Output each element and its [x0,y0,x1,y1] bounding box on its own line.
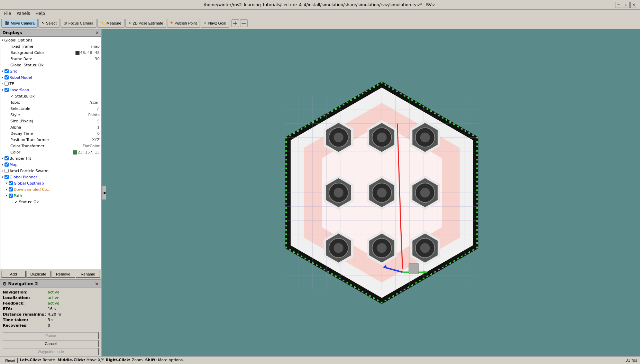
statusbar: Reset Left-Click: Rotate. Middle-Click: … [0,356,640,364]
tree-checkbox[interactable] [9,194,13,198]
tree-item[interactable]: Position TransformerXYZ [0,137,101,143]
tree-item[interactable]: StylePoints [0,112,101,118]
tree-checkbox[interactable] [4,175,9,179]
move-camera-button[interactable]: 🎥 Move Camera [1,19,38,28]
minimize-button[interactable]: ─ [615,2,622,8]
tree-checkbox[interactable] [9,187,13,192]
tree-arrow[interactable]: ▾ [6,188,8,191]
add-toolbar-button[interactable]: + [231,19,239,27]
focus-camera-button[interactable]: ◎ Focus Camera [61,19,97,28]
measure-icon: 📏 [100,21,105,25]
publish-point-button[interactable]: ✚ Publish Point [167,19,200,28]
add-display-button[interactable]: Add [1,271,26,278]
tree-checkbox[interactable] [4,88,9,92]
tree-item[interactable]: Alpha1 [0,124,101,130]
tree-prop-label: Background Color [10,50,74,55]
nav2-row: Localization:active [3,296,99,300]
menu-file[interactable]: File [1,10,14,17]
tree-arrow[interactable]: ▾ [2,88,3,92]
menu-panels[interactable]: Panels [14,10,33,17]
select-button[interactable]: ↖ Select [38,19,60,28]
tree-checkbox[interactable] [4,169,9,173]
waypoint-mode-button[interactable]: Waypoint mode [3,348,99,355]
tree-checkbox[interactable] [4,82,9,86]
tree-checkbox[interactable] [4,162,9,167]
duplicate-display-button[interactable]: Duplicate [26,271,51,278]
tree-item[interactable]: Decay Time0 [0,130,101,137]
tree-arrow[interactable]: ▾ [2,157,3,160]
pose-estimate-button[interactable]: ➤ 2D Pose Estimate [125,19,166,28]
separator-button[interactable]: — [240,19,248,27]
tree-item[interactable]: ▾Map [0,161,101,168]
tree-item[interactable]: Selectable✓ [0,105,101,112]
nav2-row-value: 3 s [48,318,53,322]
tree-prop-label: Color [10,150,72,155]
window-title: /home/winter/ros2_learning_tutorials/Lec… [24,2,615,7]
collapse-handle[interactable]: ◀ [102,186,106,200]
tree-item[interactable]: Fixed Framemap [0,43,101,49]
displays-header: Displays ✕ [0,29,101,37]
measure-button[interactable]: 📏 Measure [97,19,125,28]
tree-prop-value: map [91,44,100,49]
cancel-button[interactable]: Cancel [3,340,99,347]
viewport[interactable]: ◀ [102,29,640,356]
tree-item[interactable]: ▾Grid [0,68,101,74]
tree-arrow[interactable]: ▾ [6,194,8,197]
restore-button[interactable]: □ [623,2,630,8]
tree-label: Amcl Particle Swarm [10,169,100,173]
tree-item[interactable]: ▸Amcl Particle Swarm [0,168,101,174]
close-button[interactable]: ✕ [630,2,637,8]
tree-checkbox[interactable] [4,75,9,80]
tree-item[interactable]: ▾Global Options [0,37,101,43]
tree-item[interactable]: ✓ Status: Ok [0,199,101,205]
tree-item[interactable]: Topic/scan [0,99,101,105]
reset-button[interactable]: Reset [3,358,18,363]
rename-display-button[interactable]: Rename [76,271,100,278]
color-swatch [73,150,77,155]
color-swatch [75,51,80,55]
displays-close-button[interactable]: ✕ [95,31,99,35]
tree-item[interactable]: ▾Bumper Hit [0,155,101,161]
tree-arrow[interactable]: ▾ [2,163,3,166]
displays-tree[interactable]: ▾Global OptionsFixed FramemapBackground … [0,37,101,269]
tree-arrow[interactable]: ▸ [2,82,3,85]
tree-checkbox[interactable] [4,69,9,73]
nav2-close-button[interactable]: ✕ [95,281,99,286]
tree-item[interactable]: ▾RobotModel [0,74,101,81]
left-panel: Displays ✕ ▾Global OptionsFixed Framemap… [0,29,102,356]
tree-status-label: Global Status: Ok [10,63,100,67]
tree-prop-value: 1 [97,125,100,130]
tree-checkbox[interactable] [4,156,9,160]
tree-arrow[interactable]: ▸ [2,169,3,172]
tree-item[interactable]: ▸TF [0,81,101,87]
tree-item[interactable]: ▾Downsampled Co... [0,186,101,193]
tree-item[interactable]: ▾Global Costmap [0,180,101,186]
tree-arrow[interactable]: ▾ [2,175,3,179]
tree-arrow[interactable]: ▾ [2,76,3,79]
tree-item[interactable]: ✓ Status: Ok [0,93,101,99]
tree-item[interactable]: Background Color48; 48; 48 [0,49,101,56]
tree-arrow[interactable]: ▾ [2,69,3,73]
tree-arrow[interactable]: ▾ [6,181,8,185]
pause-button[interactable]: Pause [3,332,99,339]
tree-label: RobotModel [10,75,100,80]
menu-help[interactable]: Help [33,10,48,17]
tree-item[interactable]: ▾Global Planner [0,174,101,180]
tree-label: Global Options [4,38,100,43]
tree-item[interactable]: Color23; 157; 13 [0,149,101,155]
nav2-row-value: 16 s [48,307,56,311]
remove-display-button[interactable]: Remove [51,271,75,278]
tree-checkbox[interactable] [9,181,13,185]
titlebar: /home/winter/ros2_learning_tutorials/Lec… [0,0,640,10]
nav2-row: Distance remaining:4.20 m [3,312,99,317]
tree-item[interactable]: ▾LaserScan [0,87,101,93]
tree-item[interactable]: ▾Path [0,193,101,199]
nav2-goal-button[interactable]: ➤ Nav2 Goal [201,19,229,28]
tree-item[interactable]: Frame Rate30 [0,56,101,62]
tree-arrow[interactable]: ▾ [2,38,3,42]
tree-item[interactable]: Global Status: Ok [0,62,101,68]
map-canvas[interactable] [102,29,640,356]
nav2-section: ⚙ Navigation 2 ✕ Navigation:activeLocali… [0,279,101,356]
tree-item[interactable]: Size (Pixels)5 [0,118,101,124]
tree-item[interactable]: Color TransformerFlatColor [0,143,101,149]
